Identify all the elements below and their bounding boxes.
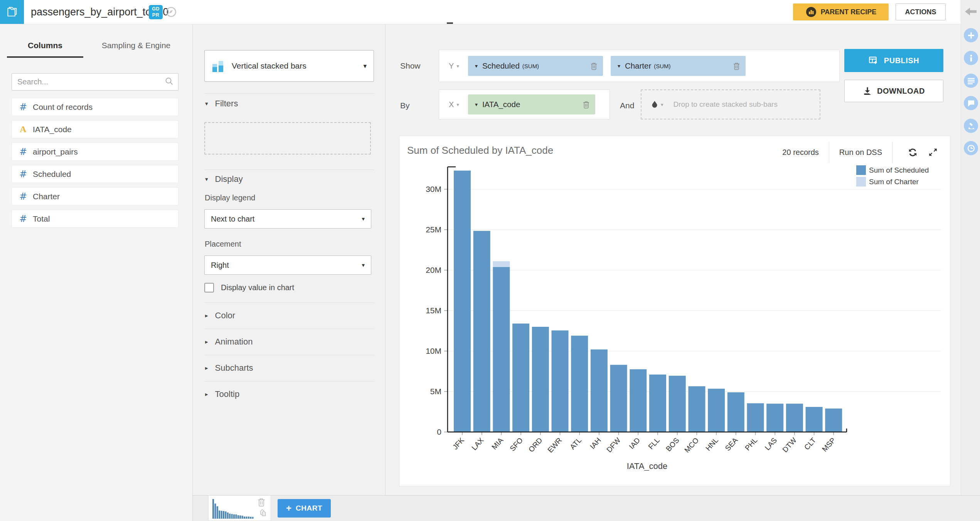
collapsed-section-header[interactable]: ▸ Tooltip (204, 381, 374, 407)
navigator-icon[interactable] (166, 7, 177, 19)
collapsed-section-header[interactable]: ▸ Subcharts (204, 355, 374, 381)
placement-label: Placement (205, 240, 241, 249)
download-button[interactable]: DOWNLOAD (844, 80, 943, 102)
search-icon (165, 77, 173, 87)
drop-placeholder: Drop to create stacked sub-bars (674, 100, 778, 109)
chart-card: Sum of Scheduled by IATA_code 20 records… (399, 136, 950, 486)
svg-text:5M: 5M (430, 387, 441, 396)
svg-text:IAD: IAD (627, 436, 642, 451)
svg-text:DFW: DFW (605, 436, 622, 454)
publish-button[interactable]: PUBLISH (844, 49, 943, 72)
column-item[interactable]: # airport_pairs (12, 143, 178, 161)
placement-value: Right (211, 261, 229, 270)
section-label: Subcharts (215, 363, 253, 373)
column-label: Charter (33, 192, 60, 201)
svg-text:BOS: BOS (664, 436, 680, 453)
collapse-rail-arrow-icon[interactable] (965, 7, 977, 18)
parent-recipe-button[interactable]: PARENT RECIPE (793, 3, 889, 20)
display-legend-select[interactable]: Next to chart ▾ (204, 209, 371, 229)
collapsed-section-header[interactable]: ▸ Color (204, 303, 374, 329)
chart-thumbnail-tile[interactable] (208, 496, 271, 521)
run-on-dss-button[interactable]: Run on DSS (839, 148, 882, 157)
dataset-icon-tile[interactable] (0, 0, 24, 24)
stacked-subbars-dropzone[interactable]: ▾ Drop to create stacked sub-bars (641, 89, 820, 119)
add-chart-button[interactable]: + CHART (278, 499, 331, 518)
download-label: DOWNLOAD (877, 87, 925, 96)
chart-type-select[interactable]: Vertical stacked bars ▾ (204, 50, 374, 82)
delete-chart-icon[interactable] (257, 497, 266, 508)
column-item[interactable]: A IATA_code (12, 120, 178, 138)
list-details-icon[interactable] (964, 74, 978, 88)
column-label: IATA_code (33, 125, 72, 134)
add-icon[interactable] (964, 28, 978, 42)
y-axis-letter: Y (449, 62, 454, 71)
timeline-clock-icon[interactable] (964, 141, 978, 155)
trash-icon[interactable] (733, 62, 740, 70)
trash-icon[interactable] (583, 101, 590, 109)
chevron-right-icon: ▸ (205, 365, 208, 371)
actions-button[interactable]: ACTIONS (896, 3, 946, 20)
svg-text:SFO: SFO (508, 436, 524, 453)
parent-recipe-label: PARENT RECIPE (821, 8, 877, 16)
column-item[interactable]: # Total (12, 210, 178, 228)
collapsed-section-header[interactable]: ▸ Animation (204, 329, 374, 355)
measure-pill[interactable]: ▾ Charter (SUM) (611, 56, 746, 76)
trash-icon[interactable] (590, 62, 598, 70)
display-legend-value: Next to chart (211, 215, 254, 224)
chevron-down-icon: ▾ (618, 63, 620, 69)
chart-type-label: Vertical stacked bars (232, 61, 306, 71)
column-item[interactable]: # Charter (12, 187, 178, 205)
column-type-icon: A (17, 124, 30, 134)
info-icon[interactable] (964, 51, 978, 65)
tab-columns[interactable]: Columns (7, 41, 83, 58)
divider (204, 93, 374, 94)
chevron-down-icon: ▾ (475, 101, 478, 108)
refresh-icon[interactable] (908, 147, 918, 158)
section-label: Animation (215, 337, 253, 347)
tab-sampling-engine[interactable]: Sampling & Engine (96, 41, 177, 50)
publish-dashboard-icon (869, 56, 879, 66)
svg-text:JFK: JFK (451, 436, 466, 451)
svg-text:HNL: HNL (704, 436, 720, 452)
column-item[interactable]: # Scheduled (12, 165, 178, 183)
svg-text:EWR: EWR (546, 436, 563, 454)
chevron-down-icon: ▾ (475, 63, 478, 69)
expand-fullscreen-icon[interactable] (928, 147, 938, 157)
filters-dropzone[interactable] (204, 122, 371, 155)
discussions-icon[interactable] (964, 96, 978, 110)
collapsed-sections: ▸ Color ▸ Animation ▸ Subcharts ▸ Toolti… (204, 303, 374, 407)
gdpr-badge[interactable]: GD PR (149, 5, 163, 19)
display-legend-label: Display legend (205, 193, 255, 202)
publish-label: PUBLISH (884, 56, 919, 65)
y-axis-selector[interactable]: Y ▾ (449, 62, 459, 71)
measure-name: Scheduled (482, 61, 520, 71)
column-type-icon: # (17, 102, 30, 113)
chevron-down-icon: ▾ (205, 100, 208, 107)
measure-aggregation: (SUM) (654, 63, 670, 69)
checkbox-unchecked[interactable] (204, 283, 214, 292)
placement-select[interactable]: Right ▾ (204, 255, 371, 275)
download-icon (863, 86, 872, 96)
folder-icon (5, 5, 19, 18)
chart-title: Sum of Scheduled by IATA_code (407, 145, 553, 156)
x-axis-selector[interactable]: X ▾ (449, 100, 459, 109)
top-header: passengers_by_airport_top20 GD PR PARENT… (0, 0, 961, 24)
measure-pill[interactable]: ▾ Scheduled (SUM) (468, 56, 603, 76)
dimension-pill[interactable]: ▾ IATA_code (468, 94, 595, 114)
display-section-header[interactable]: ▾ Display (205, 174, 243, 184)
search-input[interactable] (12, 77, 165, 86)
duplicate-chart-icon[interactable] (258, 509, 266, 519)
svg-text:MIA: MIA (490, 436, 505, 451)
add-chart-label: CHART (296, 504, 322, 513)
column-item[interactable]: # Count of records (12, 98, 178, 116)
actions-label: ACTIONS (905, 8, 936, 16)
bar-chart-plot[interactable]: 05M10M15M20M25M30MJFKLAXMIASFOORDEWRATLI… (399, 158, 951, 487)
svg-text:30M: 30M (426, 185, 441, 193)
section-label: Tooltip (215, 389, 240, 399)
filters-section-header[interactable]: ▾ Filters (205, 99, 238, 109)
measure-name: Charter (625, 61, 651, 71)
lab-icon[interactable] (964, 119, 978, 133)
dimension-name: IATA_code (482, 100, 520, 109)
and-label: And (620, 101, 634, 110)
display-value-checkbox-row[interactable]: Display value in chart (204, 283, 294, 292)
